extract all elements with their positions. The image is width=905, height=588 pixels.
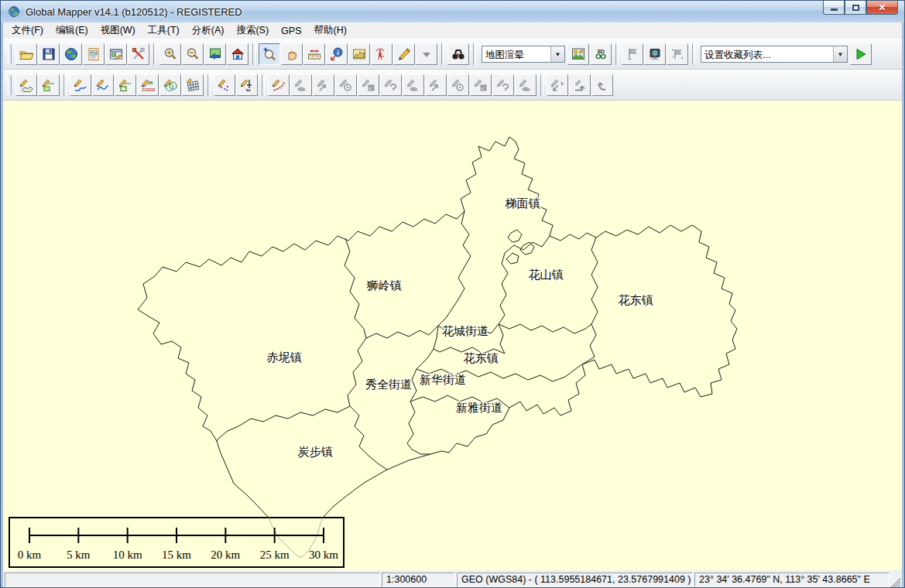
toolbar-separator [615, 43, 619, 65]
menu-item-2[interactable]: 编辑(E) [50, 22, 94, 39]
close-button[interactable]: ✕ [866, 1, 898, 15]
create-range-rings-button[interactable] [268, 74, 290, 96]
map-view[interactable]: 梯面镇狮岭镇花山镇花东镇花城街道花东镇赤坭镇秀全街道新华街道新雅街道炭步镇 0 … [3, 101, 902, 570]
move-vertex-button[interactable] [547, 74, 568, 96]
combo-dropdown-icon[interactable]: ▼ [550, 46, 564, 62]
feature-info-button[interactable]: i [326, 43, 348, 65]
create-freehand-line-button[interactable] [92, 74, 114, 96]
configuration-tools-button[interactable] [128, 43, 149, 65]
attribute-edit-button[interactable] [447, 74, 469, 96]
enclave-3 [506, 253, 519, 264]
feature-info-icon: i [329, 46, 345, 62]
view-shed-tower-button[interactable] [371, 43, 393, 65]
zoom-tool-button[interactable] [259, 43, 280, 65]
create-freehand-line-icon [95, 77, 111, 93]
move-feature-icon [316, 77, 331, 93]
shader-combobox[interactable]: 地图渲晕 ▼ [482, 46, 565, 63]
title-bar[interactable]: Global Mapper v14.1 (b120512) - REGISTER… [1, 1, 904, 22]
create-line-icon [73, 77, 88, 93]
home-view-button[interactable] [227, 43, 249, 65]
toolbar-separator [441, 43, 444, 65]
digitizer-toolbar: 36COGO [3, 70, 902, 101]
resize-grip[interactable] [891, 578, 901, 588]
create-cogo-feature-icon: 36COGO [140, 77, 156, 93]
gps-waypoint-flag-button[interactable] [622, 43, 643, 65]
create-points-icon [217, 77, 232, 93]
create-grid-button[interactable] [182, 74, 204, 96]
digitizer-pencil-button[interactable] [393, 43, 415, 65]
overlay-control-center-button[interactable] [105, 43, 127, 65]
window-title: Global Mapper v14.1 (b120512) - REGISTER… [26, 6, 242, 18]
scale-bar: 0 km5 km10 km15 km20 km25 km30 km [9, 518, 344, 567]
split-features-icon [406, 77, 421, 93]
menu-item-3[interactable]: 视图(W) [94, 22, 142, 39]
delete-vertex-button[interactable] [358, 74, 379, 96]
create-rect-line-button[interactable] [115, 74, 136, 96]
move-feature-button[interactable] [313, 74, 334, 96]
scale-label-0km: 0 km [18, 549, 42, 561]
toolbar-grip[interactable] [8, 75, 12, 95]
enclave-1 [508, 230, 522, 242]
gps-device-button[interactable] [644, 43, 666, 65]
create-vertical-feature-icon [239, 77, 255, 93]
insert-vertex-button[interactable] [335, 74, 357, 96]
create-line-button[interactable] [70, 74, 91, 96]
toolbar-grip[interactable] [8, 44, 12, 64]
toolbar-separator [473, 43, 476, 65]
edit-vertices-button[interactable] [290, 74, 312, 96]
paste-features-button[interactable] [492, 74, 514, 96]
create-cogo-feature-button[interactable]: 36COGO [137, 74, 159, 96]
create-area-button[interactable] [15, 74, 37, 96]
path-profile-button[interactable] [348, 43, 370, 65]
combo-dropdown-icon[interactable]: ▼ [833, 46, 847, 62]
create-vertical-feature-button[interactable] [236, 74, 258, 96]
full-extent-button[interactable] [204, 43, 226, 65]
menu-item-4[interactable]: 工具(T) [142, 22, 186, 39]
view-shed-tower-icon [374, 46, 389, 62]
create-area-icon [19, 77, 34, 93]
zoom-in-button[interactable] [159, 43, 181, 65]
save-floppy-button[interactable] [38, 43, 60, 65]
menu-item-5[interactable]: 分析(A) [186, 22, 231, 39]
minimize-button[interactable] [823, 1, 845, 15]
gps-track-flag-button[interactable] [667, 43, 688, 65]
view-3d-button[interactable]: 3D [590, 43, 612, 65]
hill-shading-button[interactable] [567, 43, 589, 65]
boundary-chini-shiling [345, 238, 366, 338]
home-view-icon [230, 46, 245, 62]
tools-dropdown-button[interactable] [416, 43, 437, 65]
open-folder-button[interactable] [15, 43, 37, 65]
combine-features-button[interactable] [380, 74, 402, 96]
region-label-6: 花东镇 [464, 351, 499, 365]
pan-hand-button[interactable] [281, 43, 303, 65]
create-buffer-button[interactable] [159, 74, 181, 96]
create-rect-area-button[interactable] [38, 74, 60, 96]
search-binoculars-button[interactable] [447, 43, 469, 65]
copy-features-button[interactable] [470, 74, 492, 96]
boundary-chini-xiuquan [348, 338, 366, 406]
erase-features-button[interactable] [515, 74, 536, 96]
map-canvas[interactable]: 梯面镇狮岭镇花山镇花东镇花城街道花东镇赤坭镇秀全街道新华街道新雅街道炭步镇 0 … [3, 101, 902, 570]
maximize-button[interactable] [845, 1, 866, 15]
map-catalog-button[interactable] [83, 43, 105, 65]
split-features-button[interactable] [403, 74, 424, 96]
menu-item-7[interactable]: GPS [275, 23, 307, 39]
toolbar-separator [153, 43, 156, 65]
shift-feature-button[interactable] [569, 74, 591, 96]
measure-ruler-button[interactable] [303, 43, 325, 65]
district-outer-boundary-west [138, 309, 269, 518]
view-3d-icon: 3D [593, 46, 608, 62]
menu-item-6[interactable]: 搜索(S) [230, 22, 275, 39]
configuration-tools-icon [131, 46, 146, 62]
favorites-combobox[interactable]: 设置收藏列表... ▼ [701, 46, 848, 63]
zoom-out-button[interactable] [182, 43, 204, 65]
map-catalog-icon [86, 46, 101, 62]
online-data-globe-button[interactable] [60, 43, 82, 65]
rotate-feature-button[interactable] [425, 74, 447, 96]
boundary-shiling-xiuquan [366, 326, 438, 338]
create-points-button[interactable] [214, 74, 235, 96]
apply-favorite-play-button[interactable] [850, 43, 872, 65]
undo-edit-button[interactable] [591, 74, 613, 96]
menu-item-1[interactable]: 文件(F) [5, 22, 50, 39]
menu-item-8[interactable]: 帮助(H) [307, 22, 352, 39]
